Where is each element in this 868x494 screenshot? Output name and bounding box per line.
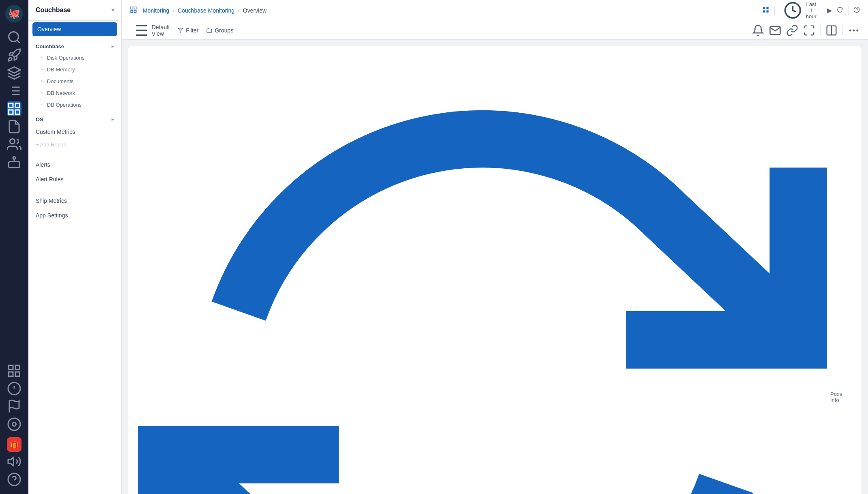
svg-rect-38 [766, 10, 768, 12]
breadcrumb-overview: Overview [243, 7, 266, 14]
pods-sync-icon [138, 53, 827, 494]
default-view-label: Default View [152, 24, 170, 37]
filter-label: Filter [186, 27, 198, 34]
chart-nav-icon[interactable] [7, 101, 21, 116]
svg-rect-33 [134, 7, 136, 9]
speaker-nav-icon[interactable] [7, 454, 21, 469]
ship-metrics-label: Ship Metrics [36, 198, 67, 204]
pods-header: Pods Info [138, 53, 852, 494]
default-view-btn[interactable]: Default View [130, 21, 170, 40]
dashboard: Pods Info 2 Cores 8.4 CPU Utilization 26… [122, 40, 868, 494]
topbar: Monitoring › Couchbase Monitoring › Over… [122, 0, 868, 21]
groups-btn[interactable]: Groups [206, 27, 233, 34]
grid-view-icon[interactable] [762, 6, 769, 15]
nav-sub-item-disk-ops[interactable]: Disk Operations [28, 52, 121, 64]
mail-toolbar-icon[interactable] [769, 24, 781, 37]
svg-rect-39 [763, 10, 765, 12]
nav-sub-item-db-network[interactable]: DB Network [28, 87, 121, 99]
search-nav-icon[interactable] [7, 30, 21, 45]
svg-rect-35 [131, 10, 133, 12]
groups-label: Groups [215, 27, 233, 34]
breadcrumb-couchbase-monitoring[interactable]: Couchbase Monitoring [178, 7, 234, 14]
svg-rect-32 [131, 7, 133, 9]
more-toolbar-icon[interactable] [848, 24, 860, 37]
svg-rect-11 [15, 103, 20, 108]
nav-item-add-report[interactable]: + Add Report [28, 139, 121, 150]
topbar-actions: Last 1 hour ▶ [762, 0, 860, 21]
svg-rect-22 [9, 372, 13, 376]
time-selector[interactable]: Last 1 hour [780, 0, 822, 21]
topbar-chart-icon [130, 6, 137, 15]
alerts-label: Alerts [36, 161, 50, 168]
nav-section-couchbase[interactable]: Couchbase ▸ [28, 38, 121, 52]
time-label: Last 1 hour [804, 1, 818, 19]
pods-title: Pods Info [830, 391, 852, 403]
toolbar: Default View Filter Groups [122, 21, 868, 40]
svg-rect-21 [15, 372, 20, 376]
link-toolbar-icon[interactable] [786, 24, 798, 37]
svg-point-28 [13, 423, 16, 426]
svg-rect-12 [15, 110, 20, 114]
svg-rect-13 [9, 110, 13, 114]
custom-metrics-label: Custom Metrics [36, 129, 75, 135]
layers-nav-icon[interactable] [7, 66, 21, 80]
svg-point-53 [853, 29, 855, 31]
nav-sub-item-db-operations[interactable]: DB Operations [28, 99, 121, 111]
pods-section: Pods Info 2 Cores 8.4 CPU Utilization 26… [128, 46, 862, 494]
nav-header-arrow-icon: ▾ [112, 7, 114, 13]
logo[interactable]: 🐙 [4, 4, 24, 24]
grid-nav-icon[interactable] [7, 363, 21, 378]
nav-item-alert-rules[interactable]: Alert Rules [28, 172, 121, 187]
svg-rect-10 [9, 103, 13, 108]
help-nav-icon[interactable] [7, 472, 21, 487]
svg-marker-29 [8, 457, 14, 466]
breadcrumb-monitoring[interactable]: Monitoring [143, 7, 169, 14]
nav-sub-item-documents[interactable]: Documents [28, 75, 121, 87]
svg-point-52 [849, 29, 851, 31]
nav-item-app-settings[interactable]: App Settings [28, 208, 121, 223]
rocket-nav-icon[interactable] [7, 48, 21, 62]
app-settings-label: App Settings [36, 212, 68, 219]
nav-item-alerts[interactable]: Alerts [28, 157, 121, 172]
filter-btn[interactable]: Filter [178, 27, 198, 34]
add-report-label: + Add Report [36, 142, 67, 148]
alert-nav-icon[interactable] [7, 381, 21, 396]
nav-header[interactable]: Couchbase ▾ [28, 0, 121, 21]
os-section-label: OS [36, 116, 43, 122]
bell-toolbar-icon[interactable] [752, 24, 764, 37]
nav-section-os[interactable]: OS ▸ [28, 111, 121, 125]
svg-point-14 [10, 139, 15, 144]
couchbase-section-arrow-icon: ▸ [112, 44, 114, 49]
os-section-arrow-icon: ▸ [112, 117, 114, 122]
documents-label: Documents [47, 78, 74, 84]
nav-item-custom-metrics[interactable]: Custom Metrics [28, 125, 121, 139]
toolbar-right [752, 24, 860, 37]
circle-nav-icon[interactable] [7, 417, 21, 432]
breadcrumb-sep-2: › [238, 7, 240, 14]
db-memory-label: DB Memory [47, 67, 75, 73]
svg-point-27 [8, 418, 20, 430]
sidebar: 🐙 🎁 [0, 0, 28, 494]
nav-item-overview[interactable]: Overview [32, 22, 117, 36]
breadcrumb: Monitoring › Couchbase Monitoring › Over… [143, 7, 266, 14]
document-nav-icon[interactable] [7, 119, 21, 134]
svg-marker-49 [178, 28, 183, 32]
nav-sub-item-db-memory[interactable]: DB Memory [28, 64, 121, 75]
svg-rect-15 [9, 162, 20, 168]
svg-point-16 [13, 157, 15, 159]
alert-rules-label: Alert Rules [36, 176, 63, 183]
refresh-icon[interactable] [837, 6, 843, 15]
gift-nav-icon[interactable]: 🎁 [7, 437, 21, 452]
play-icon[interactable]: ▶ [827, 6, 832, 14]
layout-toolbar-icon[interactable] [825, 24, 838, 37]
svg-point-2 [9, 32, 19, 42]
list-nav-icon[interactable] [7, 84, 21, 98]
nav-item-ship-metrics[interactable]: Ship Metrics [28, 193, 121, 208]
bot-nav-icon[interactable] [7, 155, 21, 170]
people-nav-icon[interactable] [7, 137, 21, 152]
expand-toolbar-icon[interactable] [803, 24, 815, 37]
main-content: Monitoring › Couchbase Monitoring › Over… [122, 0, 868, 494]
flag-nav-icon[interactable] [7, 399, 21, 414]
svg-rect-36 [763, 7, 765, 9]
help-topbar-icon[interactable] [853, 6, 860, 15]
